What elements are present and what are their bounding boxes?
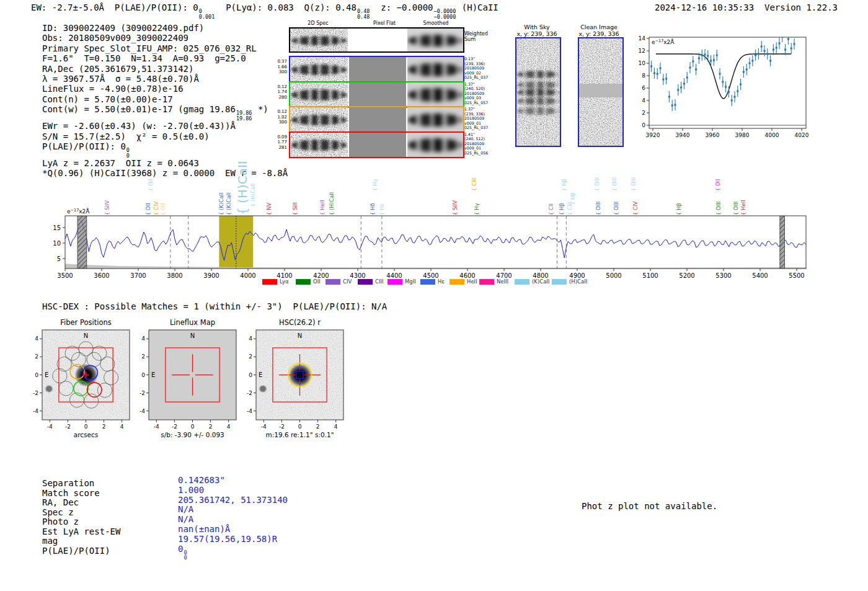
fiber-circle [59,381,73,396]
y-tick-label: -2 [33,390,38,396]
cutout-title-fiber: Fiber Positions [27,318,145,327]
fiber-circle [79,342,93,356]
y-tick-label: 4 [141,335,145,342]
legend-label: HeII [467,278,477,285]
catalog-position-box [296,371,304,379]
compass-north-label: N [84,332,88,339]
legend-swatch-(H)CaII [552,279,567,285]
match-value: nan(±nan)Å [178,525,288,535]
spectrum-line [63,220,806,260]
legend-swatch-Hε [420,279,435,285]
cutout-axes-box [149,330,236,420]
match-value: 0.142683" [178,476,288,486]
x-tick-label: 3900 [203,272,219,279]
cutout-title-hsc: HSC(26.2) r [241,318,359,327]
y-tick-label: 0 [35,372,38,378]
match-value-text: 205.361742, 51.373140 [178,495,288,505]
legend-label: NeIII [497,278,508,285]
legend-swatch-Lyα [262,279,277,285]
match-value: N/A [178,505,288,515]
x-tick-label: 4500 [423,272,438,279]
compass-north-label: N [190,332,195,339]
x-tick-label: 0 [84,424,88,430]
hscdex-matches-line: HSC-DEX : Possible Matches = 1 (within +… [42,301,387,311]
match-table-labels: SeparationMatch scoreRA, DecSpec zPhoto … [42,479,120,556]
x-tick-label: 3500 [57,272,73,279]
full-spectrum-chart: 3500360037003800390040004100420043004400… [0,0,868,591]
legend-swatch-NeIII [479,279,494,285]
legend-label: CIV [343,278,352,285]
x-tick-label: 5100 [642,272,658,279]
sup-sub-stack: 00 [184,550,187,561]
legend-label: (K)CaII [532,278,549,285]
x-tick-label: 0 [298,424,302,430]
masked-region [78,216,87,269]
cutout-title-lineflux: Lineflux Map [133,318,252,327]
compass-east-label: E [151,371,155,378]
x-tick-label: -2 [65,424,71,430]
cutout-xlabel-fiber: arcsecs [24,431,148,438]
y-tick-label: 4 [249,335,252,342]
main-axes-box [65,216,806,269]
y-tick-label: 5 [57,256,61,262]
cutout-overlay-fiber: -4-4-2-2002244NE [27,326,137,438]
tspan: x2Å [79,208,90,215]
match-value: 1.000 [178,486,288,495]
cutout-axes-box [256,330,343,420]
match-value: N/A [178,515,288,525]
legend-label: (H)CaII [569,278,587,285]
y-tick-label: 10 [53,240,61,247]
match-value-text: N/A [178,514,193,524]
selected-fiber-circle [74,381,88,396]
x-tick-label: 5400 [752,272,768,279]
match-value-text: N/A [178,504,193,514]
legend-swatch-OII [296,279,311,285]
tspan: −17 [71,208,79,213]
fiber-circle [53,368,67,383]
x-tick-label: 3600 [94,272,109,279]
x-tick-label: 4 [120,424,124,430]
x-tick-label: -4 [47,424,53,430]
compass-east-label: E [45,371,48,378]
x-tick-label: 4300 [350,272,365,279]
x-tick-label: 3800 [167,272,182,279]
x-tick-label: -2 [172,424,177,430]
main-plot-group [63,216,806,269]
elixer-report-page: EW: -2.7±-5.0Å P(LAE)/P(OII): 000.001 P(… [0,0,868,591]
match-label: Est LyA rest-EW [42,527,120,537]
y-tick-label: 0 [249,372,252,378]
legend-label: Hε [438,278,445,285]
cutout-overlay-hsc: -4-4-2-2002244NE [241,326,351,438]
x-tick-label: 4000 [240,272,255,279]
x-tick-label: 4 [334,424,338,430]
legend-label: OII [313,278,321,285]
photz-note: Phot z plot not available. [582,501,717,511]
x-tick-label: -2 [279,424,285,430]
fiber-circle [104,370,118,384]
y-tick-label: 2 [141,353,145,360]
x-tick-label: 2 [209,424,213,430]
match-value-text: 0 [178,544,183,554]
match-value-text: 19.57(19.56,19.58)R [178,534,277,544]
y-tick-label: 15 [53,224,61,231]
x-tick-label: 2 [102,424,106,430]
x-tick-label: -4 [154,424,159,430]
legend-swatch-MgII [388,279,402,285]
legend-swatch-CIII [358,279,373,285]
flux-units-label: e−17x2Å [67,208,90,215]
cutout-overlay-lineflux: -4-4-2-2002244NE [134,326,244,438]
match-value-text: 0.142683" [178,475,225,485]
x-tick-label: 4400 [386,272,402,279]
x-tick-label: 5300 [715,272,731,279]
y-tick-label: 0 [141,372,145,378]
cutout-xlabel-hsc: m:19.6 re:1.1" s:0.1" [237,431,362,438]
x-tick-label: 0 [191,424,195,430]
match-value-text: 1.000 [178,485,204,495]
masked-region [780,216,785,269]
x-tick-label: 4 [227,424,231,430]
match-label: Separation [42,479,120,489]
match-value: 205.361742, 51.373140 [178,495,288,505]
compass-east-label: E [259,371,262,378]
y-tick-label: -4 [140,408,145,414]
cutout-xlabel-lineflux: s/b: -3.90 +/- 0.093 [130,431,255,438]
